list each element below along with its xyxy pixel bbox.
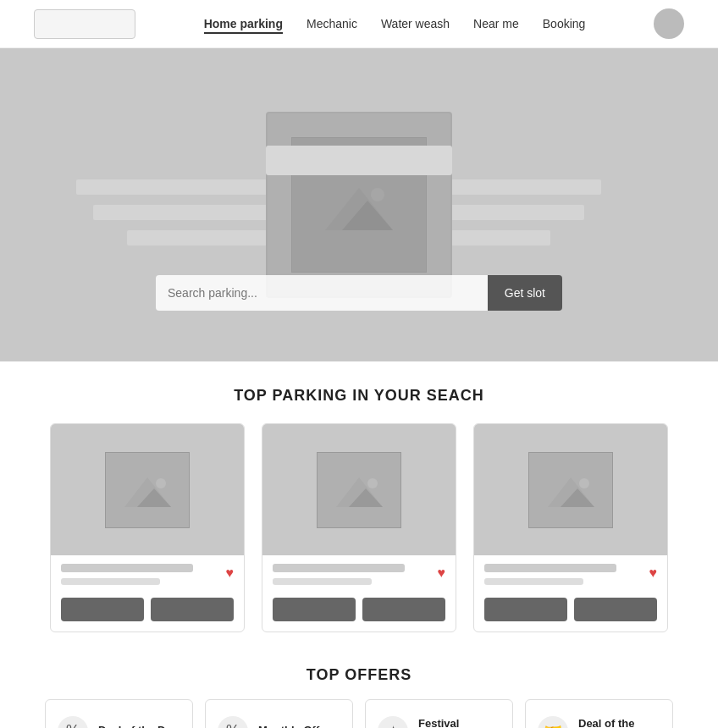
- card-mountain-icon-1: [124, 473, 171, 507]
- parking-card: ♥: [473, 423, 668, 632]
- card-action-btn-3a[interactable]: [484, 598, 567, 621]
- offer-card-monthly-offers[interactable]: % Monthly Offers: [205, 699, 353, 728]
- favorite-icon-1[interactable]: ♥: [226, 565, 235, 581]
- card-title-line-1: [61, 564, 193, 572]
- svg-point-2: [371, 188, 384, 201]
- nav-link-mechanic[interactable]: Mechanic: [307, 17, 357, 30]
- card-lines-3: [484, 564, 649, 589]
- top-parking-title: TOP PARKING IN YOUR SEACH: [42, 387, 676, 405]
- nav-link-near-me[interactable]: Near me: [473, 17, 519, 30]
- logo: [34, 9, 135, 39]
- hero-section: Get slot: [0, 48, 718, 361]
- hero-search-bar: Get slot: [156, 275, 562, 311]
- nav-item-near-me[interactable]: Near me: [473, 16, 519, 31]
- card-image-2: [262, 424, 456, 555]
- card-lines-2: [273, 564, 438, 589]
- card-header-row-1: ♥: [61, 564, 234, 589]
- mountain-icon: [325, 179, 393, 230]
- monthly-offers-label: Monthly Offers: [258, 724, 336, 728]
- festival-special-icon: ✦: [378, 716, 408, 729]
- nav-link-water-weash[interactable]: Water weash: [381, 17, 450, 30]
- card-header-row-3: ♥: [484, 564, 657, 589]
- card-action-btn-1b[interactable]: [151, 598, 234, 621]
- svg-point-8: [367, 478, 378, 488]
- card-header-row-2: ♥: [273, 564, 445, 589]
- card-title-line-2: [273, 564, 405, 572]
- card-image-1: [51, 424, 244, 555]
- avatar[interactable]: [654, 8, 684, 39]
- card-actions-3: [484, 598, 657, 621]
- monthly-offers-icon: %: [218, 716, 248, 729]
- svg-point-11: [579, 478, 589, 488]
- top-offers-title: TOP OFFERS: [34, 666, 684, 684]
- card-actions-1: [61, 598, 234, 621]
- card-body-3: ♥: [474, 555, 667, 631]
- nav-item-booking[interactable]: Booking: [543, 16, 586, 31]
- hero-image: [266, 112, 452, 298]
- offer-card-deal-of-day[interactable]: % Deal of the Day: [45, 699, 193, 728]
- card-body-1: ♥: [51, 555, 244, 631]
- nav-item-home-parking[interactable]: Home parking: [204, 16, 283, 31]
- card-subtitle-line-1: [61, 578, 160, 585]
- card-image-inner-3: [528, 452, 613, 528]
- card-subtitle-line-2: [273, 578, 372, 585]
- top-offers-section: TOP OFFERS % Deal of the Day % Monthly O…: [0, 649, 718, 728]
- nav-link-home-parking[interactable]: Home parking: [204, 17, 283, 34]
- nav-item-water-weash[interactable]: Water weash: [381, 16, 450, 31]
- card-title-line-3: [484, 564, 616, 572]
- search-input[interactable]: [156, 275, 488, 311]
- offer-card-deal-of-week[interactable]: 🤝 Deal of the Week: [525, 699, 673, 728]
- favorite-icon-2[interactable]: ♥: [438, 565, 446, 581]
- card-lines-1: [61, 564, 226, 589]
- card-action-btn-1a[interactable]: [61, 598, 144, 621]
- card-body-2: ♥: [262, 555, 456, 631]
- card-image-3: [474, 424, 667, 555]
- offer-card-festival-special[interactable]: ✦ Festival Special: [365, 699, 513, 728]
- deal-of-day-icon: %: [58, 716, 88, 729]
- favorite-icon-3[interactable]: ♥: [649, 565, 658, 581]
- card-action-btn-2a[interactable]: [273, 598, 356, 621]
- svg-point-5: [156, 478, 166, 488]
- deal-of-week-label: Deal of the Week: [578, 717, 660, 728]
- navbar: Home parking Mechanic Water weash Near m…: [0, 0, 718, 48]
- parking-card: ♥: [262, 423, 456, 632]
- card-image-inner-2: [317, 452, 401, 528]
- top-parking-section: TOP PARKING IN YOUR SEACH: [0, 361, 718, 649]
- card-subtitle-line-3: [484, 578, 583, 585]
- parking-card: ♥: [50, 423, 245, 632]
- card-image-inner-1: [105, 452, 190, 528]
- deal-of-week-icon: 🤝: [538, 716, 568, 729]
- parking-cards-row: ♥: [42, 423, 676, 632]
- card-mountain-icon-3: [548, 473, 594, 507]
- deal-of-day-label: Deal of the Day: [98, 724, 178, 728]
- card-action-btn-2b[interactable]: [362, 598, 445, 621]
- nav-links: Home parking Mechanic Water weash Near m…: [161, 16, 628, 31]
- festival-special-label: Festival Special: [418, 717, 500, 728]
- nav-item-mechanic[interactable]: Mechanic: [307, 16, 357, 31]
- offers-row: % Deal of the Day % Monthly Offers ✦ Fes…: [34, 699, 684, 728]
- nav-link-booking[interactable]: Booking: [543, 17, 586, 30]
- card-mountain-icon-2: [336, 473, 383, 507]
- hero-title-bar: [266, 146, 452, 175]
- card-actions-2: [273, 598, 445, 621]
- card-action-btn-3b[interactable]: [574, 598, 657, 621]
- get-slot-button[interactable]: Get slot: [488, 275, 562, 311]
